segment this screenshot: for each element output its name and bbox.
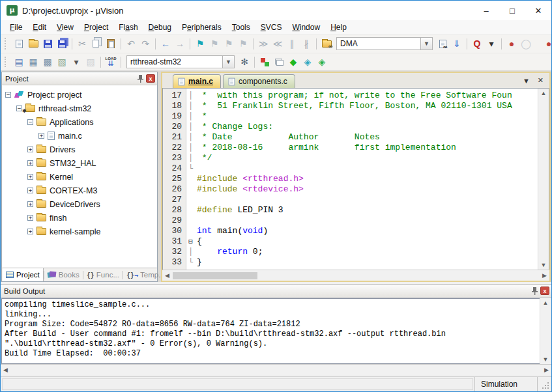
clear-bookmarks-button[interactable]: ⚑ [236,36,250,51]
tree-item-project-project[interactable]: −Project: project [2,88,157,102]
document-tab-components-c[interactable]: components.c [223,74,295,88]
panel-tab-project[interactable]: Project [3,268,44,281]
code-coverage-button[interactable]: Q [470,36,484,51]
close-button[interactable]: ✕ [525,1,551,20]
editor-vertical-scrollbar[interactable]: ▲▼ [538,89,549,270]
menu-peripherals[interactable]: Peripherals [177,21,227,33]
manage-components-button[interactable]: ◆ [286,55,300,69]
redo-button[interactable]: ↷ [138,36,153,51]
toggle-bookmark-button[interactable]: ⚑ [193,36,207,51]
menu-window[interactable]: Window [287,21,325,33]
pin-icon[interactable] [530,287,539,296]
menu-file[interactable]: File [5,21,27,33]
toolbar-grip[interactable] [5,57,8,68]
menu-view[interactable]: View [51,21,79,33]
disable-breakpoint-button[interactable]: ◯ [519,36,533,51]
undo-button[interactable]: ↶ [124,36,138,51]
build-output-close-icon[interactable]: x [540,287,549,295]
panel-tab-func[interactable]: {}Func... [83,268,123,281]
build-button[interactable]: ▦ [26,55,40,69]
save-all-button[interactable] [55,36,69,51]
code-text[interactable]: * with this program; if not, write to th… [195,89,538,270]
save-button[interactable] [40,36,55,51]
code-editor[interactable]: 1718192021222324252627282930313233 │││││… [162,88,549,270]
build-output-log[interactable]: compiling timeslice_sample.c...linking..… [1,298,540,364]
tree-item-cortex-m3[interactable]: +CORTEX-M3 [2,184,157,197]
tree-item-main-c[interactable]: +main.c [2,129,157,143]
expand-toggle-icon[interactable]: − [16,105,22,111]
find-in-files-doc-button[interactable]: ∞ [435,36,450,51]
search-combo[interactable]: DMA▼ [336,37,433,50]
paste-button[interactable] [104,36,118,51]
navigate-forward-button[interactable]: → [173,36,187,51]
copy-button[interactable] [89,36,104,51]
editor-horizontal-scrollbar[interactable]: ◀ ▶ [162,270,549,281]
scroll-right-icon[interactable]: ▶ [542,272,547,279]
tree-item-devicedrivers[interactable]: +DeviceDrivers [2,197,157,211]
pin-icon[interactable] [136,74,145,83]
fold-marker[interactable]: ⊟ [186,236,195,247]
document-tab-main-c[interactable]: main.c [173,74,221,88]
tree-item-applications[interactable]: −Applications [2,115,157,129]
expand-toggle-icon[interactable]: + [38,133,44,139]
clipped-breakpoint-button[interactable]: ● [542,36,551,51]
target-combo-value[interactable]: rtthread-stm32 [126,55,223,68]
target-combo-dropdown-icon[interactable]: ▼ [223,55,235,68]
incremental-find-button[interactable]: ⇓ [450,36,464,51]
coverage-dropdown-button[interactable]: ▾ [484,36,499,51]
minimize-button[interactable]: – [473,1,499,20]
open-file-button[interactable] [26,36,40,51]
scroll-right-icon[interactable]: ▶ [544,367,549,373]
comment-button[interactable]: ∥ [285,36,299,51]
panel-tab-books[interactable]: Books [44,268,83,281]
resize-grip[interactable] [537,377,551,391]
tree-item-kernel[interactable]: +Kernel [2,170,157,184]
project-panel-close-icon[interactable]: x [146,74,155,83]
tree-item-rtthread-stm32[interactable]: −✱rtthread-stm32 [2,102,157,115]
menu-edit[interactable]: Edit [27,21,51,33]
menu-tools[interactable]: Tools [227,21,255,33]
scrollbar-thumb[interactable] [173,272,257,279]
menu-debug[interactable]: Debug [143,21,177,33]
search-combo-dropdown-icon[interactable]: ▼ [421,37,433,50]
batch-build-button[interactable]: ▧ [55,55,69,69]
menu-flash[interactable]: Flash [113,21,143,33]
toolbar-grip[interactable] [5,38,8,49]
rebuild-button[interactable]: ▩ [40,55,55,69]
insert-breakpoint-button[interactable]: ● [504,36,519,51]
code-fold-margin[interactable]: │││││││└ ⊟│└ [186,89,195,270]
prev-bookmark-button[interactable]: ⚑ [207,36,222,51]
download-button[interactable]: LOAD⇊ [104,55,118,69]
translate-button[interactable]: ▤ [12,55,26,69]
outdent-button[interactable]: ≪ [270,36,285,51]
menu-help[interactable]: Help [325,21,352,33]
manage-rte-button[interactable] [257,55,272,69]
expand-toggle-icon[interactable]: + [27,215,33,221]
build-output-vertical-scrollbar[interactable]: ▲▼ [540,298,551,364]
next-bookmark-button[interactable]: ⚑ [222,36,236,51]
tree-item-stm32-hal[interactable]: +STM32_HAL [2,156,157,170]
expand-toggle-icon[interactable]: − [5,92,11,98]
cut-button[interactable]: ✂ [75,36,89,51]
tree-item-drivers[interactable]: +Drivers [2,143,157,156]
expand-toggle-icon[interactable]: + [27,160,33,166]
find-in-files-button[interactable]: ∞ [319,36,334,51]
search-combo-value[interactable]: DMA [336,37,421,50]
build-output-horizontal-scrollbar[interactable]: ◀ ▶ [1,364,551,375]
batch-dropdown-button[interactable]: ▾ [69,55,83,69]
scroll-left-icon[interactable]: ◀ [3,367,8,373]
maximize-button[interactable]: □ [499,1,525,20]
tree-item-finsh[interactable]: +finsh [2,211,157,225]
menu-project[interactable]: Project [79,21,113,33]
stop-build-button[interactable]: ▨ [83,55,98,69]
expand-toggle-icon[interactable]: + [27,188,33,193]
menu-svcs[interactable]: SVCS [255,21,287,33]
indent-button[interactable]: ≫ [256,36,270,51]
options-for-target-button[interactable]: ✻ [237,55,252,69]
tab-list-dropdown-icon[interactable]: ▼ [523,77,530,85]
uncomment-button[interactable]: ∦ [299,36,313,51]
scroll-left-icon[interactable]: ◀ [165,272,169,279]
expand-toggle-icon[interactable]: − [27,119,33,125]
expand-toggle-icon[interactable]: + [27,229,33,234]
manage-windows-button[interactable] [272,55,286,69]
